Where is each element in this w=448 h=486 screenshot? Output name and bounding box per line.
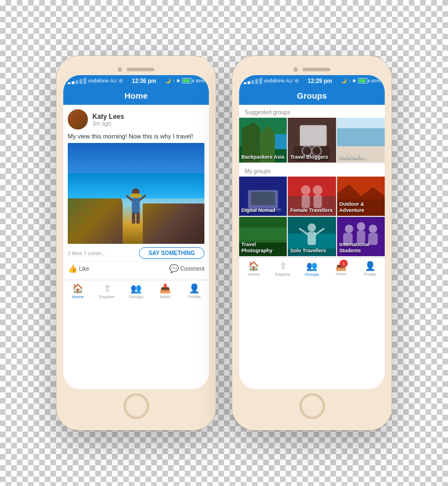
nav-home-1[interactable]: 🏠 Home bbox=[63, 280, 92, 302]
phone-2-top bbox=[239, 63, 385, 75]
arrow-icon-2: ↑ bbox=[348, 78, 351, 84]
svg-rect-14 bbox=[303, 128, 324, 144]
nav-inbox-label-2: Inbox bbox=[335, 271, 347, 276]
group-tile-asia[interactable]: Backpackers Asia bbox=[239, 118, 287, 163]
my-groups-label: My groups bbox=[239, 164, 385, 177]
right-status-2: 🌙 ↑ ✱ 85% bbox=[341, 78, 380, 84]
like-button[interactable]: 👍 Like bbox=[68, 264, 89, 273]
svg-rect-38 bbox=[239, 228, 287, 243]
my-group-name-4: Travel Photography bbox=[241, 242, 284, 254]
inbox-nav-icon-1: 📥 bbox=[160, 283, 171, 294]
home-button-1[interactable] bbox=[124, 394, 149, 419]
nav-profile-1[interactable]: 👤 Profile bbox=[180, 280, 209, 302]
nav-inbox-2[interactable]: 📥 1 Inbox bbox=[326, 258, 356, 280]
bluetooth-icon-1: ✱ bbox=[176, 78, 180, 84]
battery-pct-2: 85% bbox=[371, 78, 380, 84]
suggested-group-name-1: Backpackers Asia bbox=[241, 154, 284, 160]
signal-dot-2 bbox=[72, 81, 74, 84]
home-nav-icon-2: 🏠 bbox=[248, 261, 259, 271]
nav-profile-label-2: Profile bbox=[364, 272, 377, 277]
phone-1-screen: vodafone AU ⊜ 12:36 pm 🌙 ↑ ✱ 89% Home bbox=[63, 75, 209, 389]
groups-content: Suggested groups bbox=[239, 105, 385, 257]
svg-point-29 bbox=[301, 186, 311, 195]
wifi-icon-2: ⊜ bbox=[295, 78, 299, 84]
nav-inbox-1[interactable]: 📥 Inbox bbox=[151, 280, 180, 302]
nav-inbox-label-1: Inbox bbox=[160, 294, 171, 299]
wifi-icon-1: ⊜ bbox=[119, 78, 123, 84]
cliff-left bbox=[68, 193, 123, 244]
post-actions: 2 likes 7 comm... SAY SOMETHING bbox=[68, 244, 204, 261]
bottom-nav-1: 🏠 Home ⇧ Explore 👥 Groups 📥 Inbox 👤 Prof… bbox=[63, 280, 209, 302]
nav-explore-2[interactable]: ⇧ Explore bbox=[268, 258, 297, 280]
group-tile-backpack[interactable]: Backpack... bbox=[337, 118, 385, 163]
my-group-name-2: Female Travellers bbox=[290, 207, 333, 214]
front-camera-2 bbox=[293, 67, 298, 72]
signal-dot-2-1 bbox=[244, 82, 246, 84]
home-title: Home bbox=[124, 91, 148, 100]
group-tile-bloggers[interactable]: Travel Bloggers bbox=[288, 118, 335, 163]
nav-groups-2[interactable]: 👥 Groups bbox=[297, 258, 326, 280]
nav-home-label-2: Home bbox=[248, 272, 259, 277]
battery-fill-2 bbox=[359, 79, 366, 82]
nav-profile-2[interactable]: 👤 Profile bbox=[356, 258, 385, 280]
battery-1 bbox=[182, 78, 194, 84]
svg-rect-6 bbox=[137, 212, 140, 224]
carrier-name-2: vodafone AU bbox=[264, 78, 293, 84]
nav-groups-label-1: Groups bbox=[129, 294, 143, 299]
like-icon: 👍 bbox=[68, 264, 77, 273]
group-tile-outdoor[interactable]: Outdoor & Adventure bbox=[337, 177, 385, 216]
nav-home-2[interactable]: 🏠 Home bbox=[239, 258, 268, 280]
groups-title: Groups bbox=[297, 91, 326, 100]
suggested-group-name-2: Travel Bloggers bbox=[290, 154, 333, 160]
signal-dot-2-4 bbox=[255, 79, 258, 84]
group-tile-international[interactable]: International Students bbox=[337, 217, 385, 256]
nav-groups-1[interactable]: 👥 Groups bbox=[122, 280, 151, 302]
right-status-1: 🌙 ↑ ✱ 89% bbox=[165, 78, 204, 84]
battery-body-2 bbox=[358, 78, 368, 84]
phone-1: vodafone AU ⊜ 12:36 pm 🌙 ↑ ✱ 89% Home bbox=[57, 56, 216, 430]
signal-dot-2-3 bbox=[251, 80, 254, 84]
signal-dot-2-2 bbox=[248, 81, 250, 84]
signal-dot-2-5 bbox=[259, 78, 262, 84]
groups-nav-icon-2: 👥 bbox=[306, 261, 318, 271]
status-bar-2: vodafone AU ⊜ 12:29 pm 🌙 ↑ ✱ 85% bbox=[239, 75, 385, 86]
feed-post: Katy Lees 3m ago My view this morning! N… bbox=[63, 105, 209, 280]
status-bar-1: vodafone AU ⊜ 12:36 pm 🌙 ↑ ✱ 89% bbox=[63, 75, 209, 86]
svg-rect-32 bbox=[314, 195, 322, 208]
home-button-2[interactable] bbox=[300, 394, 325, 419]
nav-profile-label-1: Profile bbox=[188, 294, 201, 299]
inbox-wrapper: 📥 1 bbox=[335, 261, 347, 271]
profile-nav-icon-2: 👤 bbox=[365, 261, 376, 271]
say-something-button[interactable]: SAY SOMETHING bbox=[139, 247, 204, 259]
battery-tip-1 bbox=[193, 80, 194, 82]
person-silhouette bbox=[127, 188, 146, 230]
svg-point-31 bbox=[313, 186, 323, 195]
my-group-name-5: Solo Travellers bbox=[290, 248, 333, 254]
group-tile-photo[interactable]: Travel Photography bbox=[239, 217, 287, 256]
moon-icon-1: 🌙 bbox=[165, 78, 171, 84]
phone-2-screen: vodafone AU ⊜ 12:29 pm 🌙 ↑ ✱ 85% Groups bbox=[239, 75, 385, 389]
carrier-1: vodafone AU ⊜ bbox=[68, 78, 123, 84]
svg-rect-5 bbox=[132, 212, 136, 224]
battery-body-1 bbox=[182, 78, 192, 84]
svg-point-46 bbox=[345, 225, 353, 233]
nav-explore-label-1: Explore bbox=[99, 294, 114, 299]
battery-tip-2 bbox=[368, 80, 370, 82]
group-tile-female[interactable]: Female Travellers bbox=[288, 177, 335, 216]
signal-dot-3 bbox=[76, 80, 78, 84]
signal-dot-5 bbox=[83, 78, 86, 84]
svg-rect-30 bbox=[302, 195, 310, 208]
comment-button[interactable]: 💬 Comment bbox=[169, 264, 204, 273]
comment-icon: 💬 bbox=[169, 264, 179, 273]
author-avatar bbox=[68, 109, 88, 129]
suggested-group-name-3: Backpack... bbox=[339, 154, 382, 160]
bluetooth-icon-2: ✱ bbox=[352, 78, 356, 84]
signal-icon-2 bbox=[244, 78, 262, 84]
group-tile-solo[interactable]: Solo Travellers bbox=[288, 217, 335, 256]
post-bottom-actions: 👍 Like 💬 Comment bbox=[68, 261, 204, 275]
group-tile-digital[interactable]: Digital Nomad bbox=[239, 177, 287, 216]
post-author: Katy Lees 3m ago bbox=[68, 109, 204, 129]
post-image bbox=[68, 143, 204, 244]
nav-explore-1[interactable]: ⇧ Explore bbox=[92, 280, 122, 302]
front-camera-icon bbox=[118, 67, 122, 72]
